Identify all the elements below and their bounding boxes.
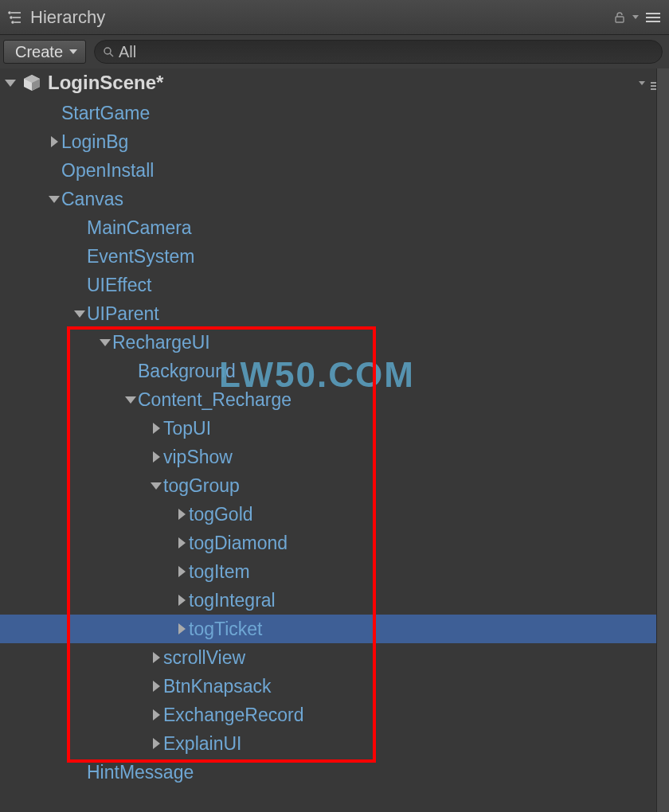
tree-row[interactable]: Canvas [0, 185, 669, 213]
foldout-right-icon[interactable] [174, 623, 189, 634]
chevron-down-icon[interactable] [639, 81, 645, 85]
foldout-right-icon[interactable] [149, 451, 163, 463]
foldout-right-icon[interactable] [174, 595, 189, 606]
tree-row[interactable]: togGroup [0, 471, 669, 500]
tree-item-label: OpenInstall [61, 160, 154, 182]
tree-row[interactable]: vipShow [0, 443, 669, 471]
tree-row[interactable]: Content_Recharge [0, 385, 669, 414]
tree-item-label: togGold [189, 504, 253, 525]
tree-row[interactable]: HintMessage [0, 758, 669, 787]
foldout-down-icon[interactable] [149, 482, 163, 490]
foldout-down-icon[interactable] [98, 339, 112, 346]
tree-row[interactable]: togTicket [0, 615, 669, 643]
foldout-right-icon[interactable] [174, 566, 189, 577]
foldout-right-icon[interactable] [47, 136, 61, 147]
tree-item-label: Content_Recharge [138, 389, 291, 411]
tree-row[interactable]: RechargeUI [0, 328, 669, 357]
foldout-down-icon[interactable] [123, 396, 138, 404]
tree-row[interactable]: UIParent [0, 299, 669, 328]
chevron-down-icon[interactable] [632, 15, 639, 19]
lock-icon[interactable] [613, 11, 626, 24]
hierarchy-titlebar: Hierarchy [0, 0, 669, 35]
tree-row[interactable]: togIntegral [0, 586, 669, 615]
tree-item-label: RechargeUI [112, 332, 210, 353]
tree-row[interactable]: OpenInstall [0, 156, 669, 185]
tree-item-label: HintMessage [87, 762, 194, 783]
tree-item-label: MainCamera [87, 217, 192, 239]
foldout-right-icon[interactable] [174, 509, 189, 520]
tree-row[interactable]: scrollView [0, 643, 669, 672]
tree-item-label: togTicket [189, 619, 262, 640]
tree-item-label: TopUI [163, 418, 211, 439]
hierarchy-tree: StartGameLoginBgOpenInstallCanvasMainCam… [0, 97, 669, 787]
tree-row[interactable]: ExchangeRecord [0, 701, 669, 729]
tree-row[interactable]: StartGame [0, 99, 669, 127]
svg-point-3 [9, 12, 10, 14]
foldout-right-icon[interactable] [149, 681, 163, 692]
tree-row[interactable]: togDiamond [0, 529, 669, 557]
tree-item-label: vipShow [163, 447, 233, 468]
foldout-right-icon[interactable] [149, 709, 163, 720]
tree-row[interactable]: TopUI [0, 414, 669, 443]
foldout-down-icon[interactable] [72, 310, 87, 318]
create-button[interactable]: Create [3, 40, 86, 64]
tree-row[interactable]: Background [0, 357, 669, 385]
foldout-right-icon[interactable] [149, 738, 163, 749]
tree-row[interactable]: togItem [0, 557, 669, 586]
create-label: Create [15, 43, 63, 61]
tree-row[interactable]: UIEffect [0, 271, 669, 299]
tree-item-label: Background [138, 361, 236, 382]
scene-name: LoginScene* [48, 72, 639, 94]
foldout-right-icon[interactable] [149, 423, 163, 434]
search-filter-label: All [119, 43, 136, 61]
svg-point-5 [12, 21, 14, 23]
tree-item-label: UIParent [87, 303, 159, 325]
hierarchy-icon [8, 10, 24, 25]
svg-point-10 [104, 48, 111, 54]
foldout-down-icon[interactable] [47, 196, 61, 203]
search-icon [103, 46, 114, 57]
hierarchy-toolbar: Create All [0, 35, 669, 68]
tree-item-label: Canvas [61, 189, 123, 210]
tree-item-label: togGroup [163, 475, 240, 497]
tree-row[interactable]: togGold [0, 500, 669, 529]
search-input[interactable]: All [94, 40, 663, 64]
tree-row[interactable]: LoginBg [0, 127, 669, 156]
tree-row[interactable]: EventSystem [0, 242, 669, 271]
panel-title: Hierarchy [30, 7, 613, 28]
svg-point-4 [10, 17, 12, 18]
tree-item-label: EventSystem [87, 246, 195, 267]
foldout-down-icon[interactable] [5, 80, 16, 87]
tree-item-label: ExplainUI [163, 733, 241, 755]
tree-row[interactable]: MainCamera [0, 213, 669, 242]
tree-item-label: ExchangeRecord [163, 705, 303, 726]
tree-item-label: LoginBg [61, 131, 128, 153]
svg-rect-6 [616, 17, 624, 22]
tree-item-label: BtnKnapsack [163, 676, 272, 697]
tree-row[interactable]: BtnKnapsack [0, 672, 669, 701]
scene-header[interactable]: LoginScene* [0, 68, 669, 97]
unity-logo-icon [22, 73, 41, 92]
svg-line-11 [110, 53, 113, 57]
chevron-down-icon [69, 49, 77, 54]
tree-item-label: scrollView [163, 647, 245, 669]
tree-row[interactable]: ExplainUI [0, 729, 669, 758]
tree-item-label: UIEffect [87, 275, 151, 296]
tree-item-label: togIntegral [189, 590, 276, 611]
tree-item-label: StartGame [61, 103, 150, 124]
tree-item-label: togItem [189, 561, 250, 583]
foldout-right-icon[interactable] [149, 652, 163, 663]
menu-icon[interactable] [645, 12, 661, 23]
foldout-right-icon[interactable] [174, 537, 189, 548]
tree-item-label: togDiamond [189, 533, 288, 554]
scrollbar-track[interactable] [656, 68, 669, 812]
